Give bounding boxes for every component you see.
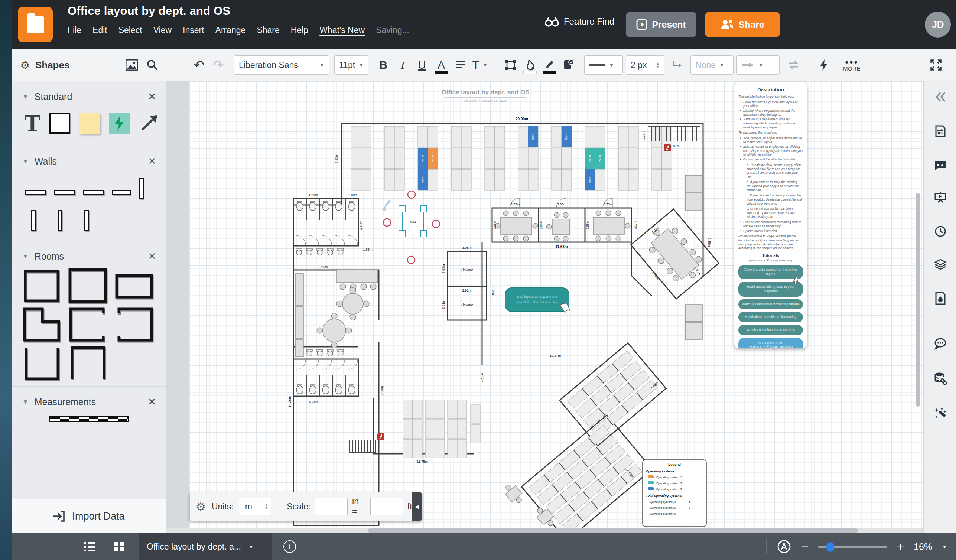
bold-button[interactable]: B (374, 55, 393, 75)
app-logo[interactable] (18, 7, 53, 42)
selected-text-shape[interactable]: Text (382, 191, 440, 264)
chevron-down-icon[interactable]: ▼ (942, 544, 947, 550)
wall-shape[interactable] (54, 190, 75, 195)
font-select[interactable]: Liberation Sans▼ (234, 55, 329, 75)
wall-shape[interactable] (83, 190, 104, 195)
menu-file[interactable]: File (68, 25, 81, 35)
fullscreen-button[interactable] (926, 55, 946, 75)
line-color-button[interactable] (540, 55, 559, 75)
page-settings-icon[interactable] (934, 124, 947, 138)
text-color-button[interactable]: A (432, 55, 451, 75)
arrow-tool[interactable] (138, 113, 159, 134)
page-list-icon[interactable] (84, 542, 96, 551)
magic-wand-icon[interactable] (934, 407, 947, 420)
history-icon[interactable] (934, 225, 947, 238)
room-shape[interactable] (114, 307, 154, 342)
search-icon[interactable] (146, 59, 158, 71)
wall-shape[interactable] (58, 210, 62, 231)
menu-whats-new[interactable]: What's New (319, 25, 365, 35)
gear-icon[interactable]: ⚙ (196, 500, 206, 513)
scale-ft-input[interactable] (370, 498, 403, 516)
close-icon[interactable]: ✕ (148, 91, 156, 102)
menu-view[interactable]: View (153, 25, 171, 35)
zoom-slider-thumb[interactable] (826, 542, 834, 552)
page-subtitle[interactable]: Jill Duffy | February 18, 2020 (464, 99, 507, 102)
menu-arrange[interactable]: Arrange (215, 25, 246, 35)
desk-banks-top[interactable]: Name Name Name Name Name Name Name Name (351, 126, 672, 190)
align-button[interactable] (451, 55, 470, 75)
present-button[interactable]: Present (626, 12, 696, 37)
room-shape[interactable] (68, 268, 108, 304)
section-standard[interactable]: ▼Standard✕ (22, 91, 156, 102)
line-style-select[interactable]: ▼ (584, 55, 623, 75)
arrow-start-select[interactable]: None▼ (690, 55, 734, 75)
zoom-level[interactable]: 16% (914, 541, 932, 552)
layers-icon[interactable] (934, 258, 947, 271)
image-icon[interactable] (126, 60, 138, 71)
see-example-button[interactable]: See an example(Hold Shift + ⌘ or Ctrl, t… (738, 338, 803, 348)
comments-icon[interactable] (934, 337, 947, 350)
canvas-vscroll-thumb[interactable] (916, 193, 920, 407)
undo-button[interactable]: ↶ (189, 55, 209, 75)
text-shape-label[interactable]: Text (409, 219, 416, 223)
slideshow-icon[interactable] (934, 191, 947, 204)
menu-select[interactable]: Select (118, 25, 142, 35)
page-title[interactable]: Office layout by dept. and OS (441, 89, 529, 96)
close-icon[interactable]: ✕ (148, 396, 156, 408)
connector-type-button[interactable] (668, 55, 687, 75)
underline-button[interactable]: U (412, 55, 432, 75)
shape-style-button[interactable] (501, 55, 520, 75)
room-shape[interactable] (22, 307, 62, 342)
page-tab[interactable]: Office layout by dept. a... ▼ (138, 533, 272, 560)
room-shape[interactable] (68, 345, 108, 381)
dynamic-shape-tool[interactable] (109, 113, 130, 134)
wall-shape[interactable] (31, 210, 36, 231)
section-measurements[interactable]: ▼Measurements✕ (22, 396, 156, 408)
menu-share[interactable]: Share (257, 25, 279, 35)
wall-shape[interactable] (25, 190, 46, 195)
tutorial-button-cf-read[interactable]: Read about conditional formatting (738, 312, 803, 322)
close-icon[interactable]: ✕ (148, 156, 156, 167)
room-shape[interactable] (22, 345, 62, 381)
quick-actions-button[interactable] (814, 55, 833, 75)
more-tools-button[interactable]: ••• MORE (843, 59, 860, 72)
rotate-handle[interactable] (382, 200, 390, 211)
sticky-note-tool[interactable] (79, 113, 100, 134)
desk-wing-upper[interactable] (568, 351, 658, 437)
add-page-button[interactable]: + (283, 540, 296, 553)
room-shape[interactable] (22, 268, 62, 304)
fill-color-button[interactable] (520, 55, 540, 75)
close-icon[interactable]: ✕ (148, 251, 156, 262)
section-rooms[interactable]: ▼Rooms✕ (22, 251, 156, 262)
desk-banks-bottom[interactable] (403, 400, 480, 458)
canvas-hscroll-thumb[interactable] (368, 529, 858, 533)
legend[interactable]: Legend Operating systems Operating syste… (643, 460, 706, 527)
room-shape[interactable] (68, 307, 108, 342)
italic-button[interactable]: I (393, 55, 412, 75)
room-shape[interactable] (114, 268, 154, 304)
section-walls[interactable]: ▼Walls✕ (22, 156, 156, 167)
swap-direction-button[interactable] (784, 55, 803, 75)
collapse-units-bar[interactable]: ◀ (412, 492, 421, 521)
linked-data-icon[interactable] (934, 372, 947, 385)
conditional-format-button[interactable] (559, 55, 578, 75)
menu-insert[interactable]: Insert (183, 25, 204, 35)
menu-edit[interactable]: Edit (93, 25, 107, 35)
zoom-in-button[interactable]: + (896, 540, 904, 554)
scale-bar-shape[interactable] (49, 416, 129, 422)
text-style-button[interactable]: T▼ (470, 55, 489, 75)
gear-icon[interactable]: ⚙ (20, 59, 30, 72)
line-width-stepper[interactable]: 2 px▲▼ (626, 55, 664, 75)
tutorial-button-cf-video[interactable]: Watch a conditional formatting tutorial (738, 299, 803, 310)
department-callout[interactable]: See layout by department (Hold Shift + ⌘… (505, 288, 570, 313)
share-button[interactable]: Share (705, 12, 780, 37)
theme-icon[interactable] (934, 291, 947, 305)
redo-button[interactable]: ↷ (209, 55, 228, 75)
document-title[interactable]: Office layout by dept. and OS (68, 5, 230, 18)
wall-shape[interactable] (139, 178, 144, 199)
font-size-select[interactable]: 11pt▼ (334, 55, 368, 75)
scale-input[interactable] (315, 498, 347, 516)
feature-find-button[interactable]: Feature Find (544, 16, 614, 27)
collapse-panel-icon[interactable] (934, 90, 947, 104)
zoom-out-button[interactable]: − (801, 540, 808, 554)
